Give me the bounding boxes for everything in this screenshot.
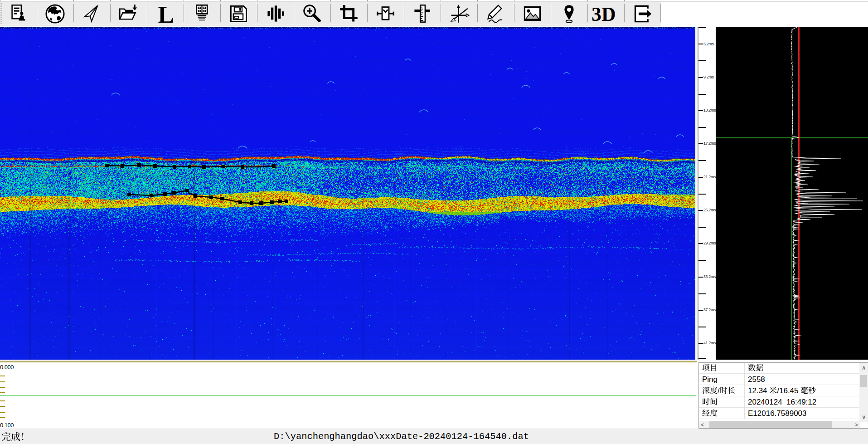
svg-text:L: L xyxy=(158,3,174,24)
svg-text:3D: 3D xyxy=(592,4,616,24)
